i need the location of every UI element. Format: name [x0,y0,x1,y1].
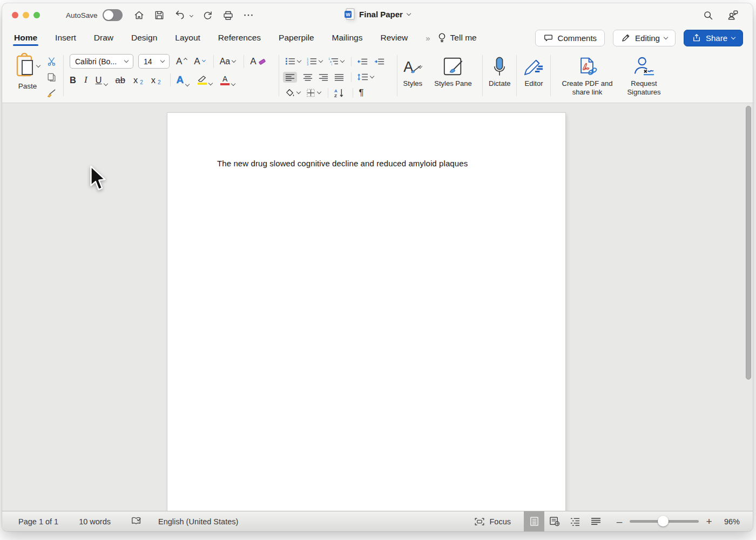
zoom-out-button[interactable]: – [615,516,624,528]
redo-icon[interactable] [200,8,214,22]
numbering-button[interactable]: 123 [307,57,322,65]
word-count[interactable]: 10 words [79,517,111,526]
line-spacing-button[interactable] [357,73,374,81]
search-icon[interactable] [701,8,715,22]
document-title-area[interactable]: W Final Paper [345,9,410,19]
strikethrough-button[interactable]: ab [116,75,125,85]
show-paragraph-marks-button[interactable]: ¶ [359,87,364,98]
copy-button[interactable] [45,71,57,83]
zoom-level[interactable]: 96% [714,517,740,526]
print-layout-view-button[interactable] [524,511,544,532]
close-button[interactable] [12,12,18,18]
bold-button[interactable]: B [70,75,76,85]
create-pdf-share-link-button[interactable]: Create PDF and share link [557,51,617,103]
share-contact-icon[interactable] [726,8,740,22]
request-signatures-button[interactable]: Request Signatures [620,51,667,103]
undo-menu-chevron-icon[interactable] [190,13,193,17]
subscript-button[interactable]: x2 [133,75,143,85]
editing-mode-button[interactable]: Editing [613,30,676,46]
tab-review[interactable]: Review [380,28,408,48]
paste-button[interactable]: Paste [12,51,43,103]
borders-button[interactable] [306,89,321,97]
cut-button[interactable] [45,55,57,67]
align-right-button[interactable] [319,73,328,81]
sort-az-icon: AZ [334,88,346,98]
text-effects-button[interactable]: A [177,74,190,86]
paste-menu-chevron-icon[interactable] [36,63,40,68]
copy-icon [46,72,57,83]
tab-insert[interactable]: Insert [55,28,76,48]
styles-pane-button[interactable]: Styles Pane [430,51,476,103]
tell-me-button[interactable]: Tell me [437,32,477,43]
italic-button[interactable]: I [84,75,87,85]
tell-me-label: Tell me [450,33,477,43]
web-layout-icon [549,516,560,526]
minimize-button[interactable] [23,12,29,18]
tab-home[interactable]: Home [14,28,37,48]
align-center-button[interactable] [303,73,313,81]
change-case-button[interactable]: Aa [220,57,236,66]
tab-overflow-chevrons-icon[interactable]: » [426,33,429,43]
shrink-font-button[interactable]: A [194,56,205,67]
styles-button[interactable]: A Styles [403,51,422,103]
bullets-button[interactable] [285,57,301,65]
save-icon[interactable] [152,8,166,22]
font-name-select[interactable]: Calibri (Bo... [70,54,133,69]
highlighter-icon [197,75,207,82]
title-menu-chevron-icon[interactable] [407,11,411,15]
underline-button[interactable]: U [96,75,107,85]
focus-mode-button[interactable]: Focus [474,517,511,526]
multilevel-list-button[interactable]: 1ai [328,57,344,65]
increase-indent-button[interactable] [374,58,385,65]
page-indicator[interactable]: Page 1 of 1 [18,517,58,526]
highlight-color-button[interactable] [197,75,212,85]
justify-button[interactable] [334,73,344,81]
align-left-button[interactable] [283,72,297,83]
outline-view-button[interactable] [565,511,585,532]
tab-references[interactable]: References [218,28,261,48]
zoom-in-button[interactable]: + [704,516,714,528]
font-size-select[interactable]: 14 [138,54,170,69]
font-color-button[interactable]: A [220,75,235,85]
numbered-list-icon: 123 [307,57,317,65]
editor-button[interactable]: Editor [523,51,544,103]
superscript-button[interactable]: x2 [151,75,161,85]
draft-view-button[interactable] [585,511,606,532]
more-options-icon[interactable] [241,8,255,22]
sort-button[interactable]: AZ [334,88,346,98]
undo-button[interactable] [173,8,187,22]
clipboard-icon [15,53,35,78]
language-indicator[interactable]: English (United States) [158,517,238,526]
share-button[interactable]: Share [684,30,743,46]
web-layout-view-button[interactable] [544,511,565,532]
print-icon[interactable] [221,8,235,22]
home-icon[interactable] [132,8,146,22]
tab-design[interactable]: Design [131,28,157,48]
vertical-scrollbar-thumb[interactable] [746,106,751,380]
paint-bucket-icon [285,89,295,97]
tab-layout[interactable]: Layout [175,28,200,48]
tab-draw[interactable]: Draw [94,28,113,48]
autosave-label: AutoSave [66,11,98,19]
focus-label: Focus [490,517,511,526]
zoom-slider[interactable] [630,520,699,523]
grow-font-button[interactable]: A [176,56,187,67]
comments-button[interactable]: Comments [535,30,605,46]
tab-mailings[interactable]: Mailings [332,28,363,48]
underline-menu-chevron-icon[interactable] [103,81,107,85]
shading-button[interactable] [285,89,300,97]
autosave-toggle[interactable] [103,9,123,21]
tab-paperpile[interactable]: Paperpile [279,28,314,48]
dictate-button[interactable]: Dictate [489,51,510,103]
clear-formatting-button[interactable]: A [250,56,265,67]
zoom-slider-thumb[interactable] [658,516,669,526]
document-page[interactable]: The new drug slowed cognitive decline an… [167,113,565,511]
decrease-indent-button[interactable] [357,58,368,65]
styles-pane-label: Styles Pane [430,79,476,88]
zoom-window-button[interactable] [33,12,40,18]
spellcheck-button[interactable] [131,516,142,527]
traffic-lights [12,12,40,18]
format-painter-button[interactable] [45,87,57,99]
document-body-text[interactable]: The new drug slowed cognitive decline an… [217,159,468,168]
increase-indent-icon [374,58,385,65]
